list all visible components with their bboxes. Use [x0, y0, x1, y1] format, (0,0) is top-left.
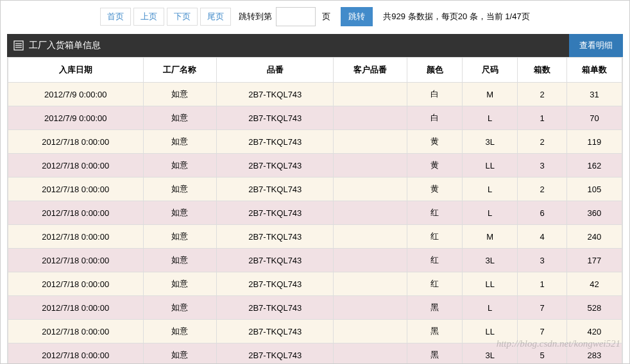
col-header-customer: 客户品番: [334, 58, 407, 83]
cell-size: LL: [463, 272, 518, 296]
cell-factory: 如意: [143, 272, 217, 296]
table-row[interactable]: 2012/7/18 0:00:00如意2B7-TKQL743红L6360: [8, 201, 622, 225]
panel: 工厂入货箱单信息 查看明细 入库日期 工厂名称 品番 客户品番 颜色 尺码 箱数…: [7, 34, 623, 364]
col-header-date: 入库日期: [8, 58, 144, 83]
col-header-product: 品番: [217, 58, 334, 83]
cell-product: 2B7-TKQL743: [217, 201, 334, 225]
cell-box: 6: [518, 201, 567, 225]
col-header-size: 尺码: [463, 58, 518, 83]
table-header-row: 入库日期 工厂名称 品番 客户品番 颜色 尺码 箱数 箱单数: [8, 58, 622, 83]
col-header-box: 箱数: [518, 58, 567, 83]
cell-size: M: [463, 83, 518, 106]
first-page-link[interactable]: 首页: [100, 8, 131, 26]
cell-date: 2012/7/18 0:00:00: [8, 249, 144, 272]
cell-qty: 162: [566, 154, 622, 178]
cell-qty: 177: [566, 249, 622, 272]
table-row[interactable]: 2012/7/18 0:00:00如意2B7-TKQL743黑3L5283: [8, 343, 622, 365]
table-row[interactable]: 2012/7/18 0:00:00如意2B7-TKQL743黑LL7420: [8, 320, 622, 343]
jump-button[interactable]: 跳转: [341, 7, 373, 26]
cell-date: 2012/7/18 0:00:00: [8, 272, 144, 296]
cell-customer: [334, 201, 407, 225]
cell-color: 黄: [407, 130, 463, 154]
cell-customer: [334, 320, 407, 343]
cell-date: 2012/7/18 0:00:00: [8, 225, 144, 249]
table-body: 2012/7/9 0:00:00如意2B7-TKQL743白M2312012/7…: [8, 83, 622, 365]
jump-prefix-label: 跳转到第: [239, 11, 272, 22]
jump-suffix-label: 页: [322, 11, 330, 22]
cell-box: 1: [518, 106, 567, 130]
cell-customer: [334, 106, 407, 130]
cell-date: 2012/7/18 0:00:00: [8, 320, 144, 343]
table-row[interactable]: 2012/7/9 0:00:00如意2B7-TKQL743白M231: [8, 83, 622, 106]
cell-factory: 如意: [143, 225, 217, 249]
cell-product: 2B7-TKQL743: [217, 272, 334, 296]
cell-box: 2: [518, 83, 567, 106]
jump-page-input[interactable]: [276, 7, 316, 26]
last-page-link[interactable]: 尾页: [200, 8, 231, 26]
cell-product: 2B7-TKQL743: [217, 320, 334, 343]
cell-qty: 70: [566, 106, 622, 130]
view-detail-button[interactable]: 查看明细: [569, 34, 623, 57]
cell-color: 白: [407, 83, 463, 106]
cell-customer: [334, 249, 407, 272]
cell-factory: 如意: [143, 343, 217, 365]
cell-color: 黑: [407, 296, 463, 320]
col-header-qty: 箱单数: [566, 58, 622, 83]
cell-customer: [334, 343, 407, 365]
cell-product: 2B7-TKQL743: [217, 249, 334, 272]
cell-factory: 如意: [143, 296, 217, 320]
cell-factory: 如意: [143, 249, 217, 272]
cell-box: 5: [518, 343, 567, 365]
table-row[interactable]: 2012/7/18 0:00:00如意2B7-TKQL743黄L2105: [8, 178, 622, 201]
next-page-link[interactable]: 下页: [167, 8, 198, 26]
cell-box: 2: [518, 178, 567, 201]
cell-customer: [334, 296, 407, 320]
cell-customer: [334, 272, 407, 296]
col-header-factory: 工厂名称: [143, 58, 217, 83]
cell-size: LL: [463, 154, 518, 178]
table-row[interactable]: 2012/7/18 0:00:00如意2B7-TKQL743黄3L2119: [8, 130, 622, 154]
cell-customer: [334, 83, 407, 106]
cell-date: 2012/7/18 0:00:00: [8, 154, 144, 178]
cell-product: 2B7-TKQL743: [217, 83, 334, 106]
table-row[interactable]: 2012/7/18 0:00:00如意2B7-TKQL743红3L3177: [8, 249, 622, 272]
cell-color: 黄: [407, 154, 463, 178]
cell-customer: [334, 178, 407, 201]
table-row[interactable]: 2012/7/18 0:00:00如意2B7-TKQL743黑L7528: [8, 296, 622, 320]
cell-qty: 528: [566, 296, 622, 320]
cell-size: 3L: [463, 130, 518, 154]
list-icon: [13, 40, 24, 51]
cell-customer: [334, 225, 407, 249]
table-row[interactable]: 2012/7/18 0:00:00如意2B7-TKQL743红LL142: [8, 272, 622, 296]
table-row[interactable]: 2012/7/18 0:00:00如意2B7-TKQL743黄LL3162: [8, 154, 622, 178]
prev-page-link[interactable]: 上页: [133, 8, 164, 26]
cell-qty: 105: [566, 178, 622, 201]
cell-qty: 360: [566, 201, 622, 225]
cell-color: 黄: [407, 178, 463, 201]
cell-factory: 如意: [143, 106, 217, 130]
cell-size: L: [463, 201, 518, 225]
cell-size: M: [463, 225, 518, 249]
cell-factory: 如意: [143, 154, 217, 178]
cell-date: 2012/7/9 0:00:00: [8, 83, 144, 106]
cell-factory: 如意: [143, 130, 217, 154]
cell-product: 2B7-TKQL743: [217, 106, 334, 130]
cell-color: 红: [407, 201, 463, 225]
cell-box: 7: [518, 320, 567, 343]
cell-box: 4: [518, 225, 567, 249]
cell-box: 1: [518, 272, 567, 296]
cell-size: 3L: [463, 249, 518, 272]
table-row[interactable]: 2012/7/18 0:00:00如意2B7-TKQL743红M4240: [8, 225, 622, 249]
table-row[interactable]: 2012/7/9 0:00:00如意2B7-TKQL743白L170: [8, 106, 622, 130]
cell-color: 白: [407, 106, 463, 130]
cell-date: 2012/7/9 0:00:00: [8, 106, 144, 130]
cell-product: 2B7-TKQL743: [217, 343, 334, 365]
cell-factory: 如意: [143, 83, 217, 106]
cell-size: L: [463, 178, 518, 201]
cell-factory: 如意: [143, 201, 217, 225]
cell-product: 2B7-TKQL743: [217, 225, 334, 249]
cell-size: 3L: [463, 343, 518, 365]
cell-qty: 42: [566, 272, 622, 296]
cell-product: 2B7-TKQL743: [217, 154, 334, 178]
col-header-color: 颜色: [407, 58, 463, 83]
